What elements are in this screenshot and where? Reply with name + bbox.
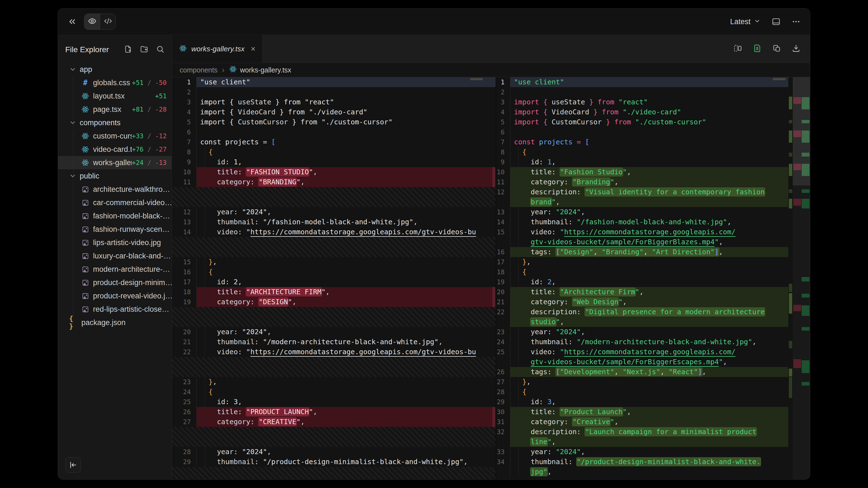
code-toggle-button[interactable] (100, 14, 116, 29)
tab-works-gallery[interactable]: works-gallery.tsx × (172, 35, 262, 63)
code-line[interactable]: 2 (172, 87, 496, 97)
code-line[interactable]: 9 id: 1, (496, 157, 788, 167)
code-line[interactable]: 26 title: "PRODUCT LAUNCH", (172, 407, 496, 417)
sidebar-item-luxury-car-black-and-[interactable]: luxury-car-black-and-… (58, 249, 172, 263)
code-line[interactable]: 24 { (172, 387, 496, 397)
code-line[interactable]: 19 category: "DESIGN", (172, 297, 496, 307)
breadcrumb-parent[interactable]: components (180, 66, 217, 74)
sidebar-item-product-reveal-video.j-[interactable]: product-reveal-video.j… (58, 289, 172, 302)
sidebar-item-red-lips-artistic-close-[interactable]: red-lips-artistic-close… (58, 302, 172, 316)
code-line[interactable]: 22 description: "Digital presence for a … (496, 307, 788, 317)
sidebar-item-globals.css[interactable]: #globals.css+51 / -50 (58, 76, 172, 89)
code-line[interactable]: 32 description: "Launch campaign for a m… (496, 427, 788, 437)
code-line[interactable]: 14 video: "https://commondatastorage.goo… (172, 227, 496, 237)
code-line[interactable]: 15 video: "https://commondatastorage.goo… (496, 227, 788, 237)
code-line[interactable]: 1"use client" (172, 77, 496, 87)
code-line[interactable]: 12 description: "Visual identity for a c… (496, 187, 788, 197)
code-line[interactable]: 27 }, (496, 377, 788, 387)
close-icon[interactable]: × (251, 45, 256, 53)
code-line[interactable]: 18 title: "ARCHITECTURE FIRM", (172, 287, 496, 297)
code-line[interactable]: 28 { (496, 387, 788, 397)
sidebar-item-app[interactable]: app (58, 63, 172, 76)
code-line[interactable]: 11 category: "BRANDING", (172, 177, 496, 187)
code-line[interactable]: 3import { useState } from "react" (496, 97, 788, 107)
chevrons-left-icon[interactable] (67, 17, 77, 26)
code-line[interactable]: 4import { VideoCard } from "./video-card… (172, 107, 496, 117)
code-line[interactable]: 7const projects = [ (496, 137, 788, 147)
sidebar-item-public[interactable]: public (58, 169, 172, 183)
code-line[interactable]: line", (496, 437, 788, 447)
sidebar-item-custom-curs-[interactable]: custom-curs…+33 / -12 (58, 129, 172, 143)
code-line[interactable]: 22 video: "https://commondatastorage.goo… (172, 347, 496, 357)
code-line[interactable]: 7const projects = [ (172, 137, 496, 147)
code-line[interactable]: 8 { (496, 147, 788, 157)
sidebar-item-fashion-model-black-[interactable]: fashion-model-black-… (58, 209, 172, 223)
sidebar-item-package.json[interactable]: { }package.json (58, 316, 172, 329)
code-line[interactable]: 29 thumbnail: "/product-design-minimalis… (172, 457, 496, 467)
code-line[interactable]: 10 title: "FASHION STUDIO", (172, 167, 496, 177)
code-line[interactable]: brand", (496, 197, 788, 207)
code-line[interactable]: studio", (496, 317, 788, 327)
code-line[interactable]: 21 thumbnail: "/modern-architecture-blac… (172, 337, 496, 347)
code-line[interactable]: 33 year: "2024", (496, 447, 788, 457)
split-view-icon[interactable] (733, 44, 742, 54)
code-line[interactable]: gtv-videos-bucket/sample/ForBiggerEscape… (496, 357, 788, 367)
code-line[interactable]: 30 title: "Product Launch", (496, 407, 788, 417)
code-line[interactable]: 20 year: "2024", (172, 327, 496, 337)
code-line[interactable]: 21 category: "Web Design", (496, 297, 788, 307)
code-line[interactable]: 11 category: "Branding", (496, 177, 788, 187)
code-line[interactable]: 18 { (496, 267, 788, 277)
preview-toggle-button[interactable] (85, 14, 100, 29)
code-line[interactable]: 25 video: "https://commondatastorage.goo… (496, 347, 788, 357)
code-line[interactable]: 14 thumbnail: "/fashion-model-black-and-… (496, 217, 788, 227)
sidebar-item-components[interactable]: components (58, 116, 172, 129)
folder-plus-icon[interactable] (140, 45, 148, 55)
sidebar-item-product-design-minim-[interactable]: product-design-minim… (58, 276, 172, 289)
code-line[interactable]: 1"use client" (496, 77, 788, 87)
collapse-sidebar-icon[interactable] (65, 457, 81, 473)
download-icon[interactable] (792, 44, 801, 54)
code-line[interactable]: 23 year: "2024", (496, 327, 788, 337)
sidebar-item-fashion-runway-scen-[interactable]: fashion-runway-scen… (58, 223, 172, 236)
code-line[interactable]: 24 thumbnail: "/modern-architecture-blac… (496, 337, 788, 347)
minimap[interactable] (793, 77, 810, 479)
code-line[interactable]: 27 category: "CREATIVE", (172, 417, 496, 427)
code-line[interactable]: 29 id: 3, (496, 397, 788, 407)
file-diff-icon[interactable] (753, 44, 762, 54)
code-line[interactable]: 17 id: 2, (172, 277, 496, 287)
search-icon[interactable] (156, 45, 164, 55)
copy-icon[interactable] (772, 44, 781, 54)
code-line[interactable]: 5import { CustomCursor } from "./custom-… (172, 117, 496, 127)
code-line[interactable]: gtv-videos-bucket/sample/ForBiggerBlazes… (496, 237, 788, 247)
code-line[interactable]: 16 tags: ["Design", "Branding", "Art Dir… (496, 247, 788, 257)
sidebar-item-video-card.tsx[interactable]: video-card.tsx+76 / -27 (58, 143, 172, 156)
code-line[interactable]: 13 thumbnail: "/fashion-model-black-and-… (172, 217, 496, 227)
code-line[interactable]: 28 year: "2024", (172, 447, 496, 457)
code-line[interactable]: 10 title: "Fashion Studio", (496, 167, 788, 177)
code-line[interactable]: jpg", (496, 467, 788, 477)
code-line[interactable]: 17 }, (496, 257, 788, 267)
sidebar-item-layout.tsx[interactable]: layout.tsx+51 (58, 89, 172, 103)
code-line[interactable]: 15 }, (172, 257, 496, 267)
code-line[interactable]: 16 { (172, 267, 496, 277)
panel-bottom-icon[interactable] (772, 17, 780, 26)
code-line[interactable]: 19 id: 2, (496, 277, 788, 287)
code-line[interactable]: 2 (496, 87, 788, 97)
code-line[interactable]: 3import { useState } from "react" (172, 97, 496, 107)
code-line[interactable]: 20 title: "Architecture Firm", (496, 287, 788, 297)
code-line[interactable]: 12 year: "2024", (172, 207, 496, 217)
file-plus-icon[interactable] (124, 45, 132, 55)
code-line[interactable]: 4import { VideoCard } from "./video-card… (496, 107, 788, 117)
sidebar-item-lips-artistic-video.jpg[interactable]: lips-artistic-video.jpg (58, 236, 172, 249)
horizontal-scrollbar-thumb[interactable] (773, 78, 785, 80)
code-line[interactable]: 23 }, (172, 377, 496, 387)
code-line[interactable]: 25 id: 3, (172, 397, 496, 407)
version-selector[interactable]: Latest (730, 17, 761, 26)
sidebar-item-page.tsx[interactable]: page.tsx+81 / -28 (58, 103, 172, 116)
code-line[interactable]: 26 tags: ["Development", "Next.js", "Rea… (496, 367, 788, 377)
horizontal-scrollbar-thumb[interactable] (470, 78, 483, 80)
code-line[interactable]: 6 (496, 127, 788, 137)
sidebar-item-works-galler-[interactable]: works-galler…+24 / -13 (58, 156, 172, 169)
breadcrumb-current-wrap[interactable]: works-gallery.tsx (229, 65, 291, 75)
code-line[interactable]: 34 thumbnail: "/product-design-minimalis… (496, 457, 788, 467)
